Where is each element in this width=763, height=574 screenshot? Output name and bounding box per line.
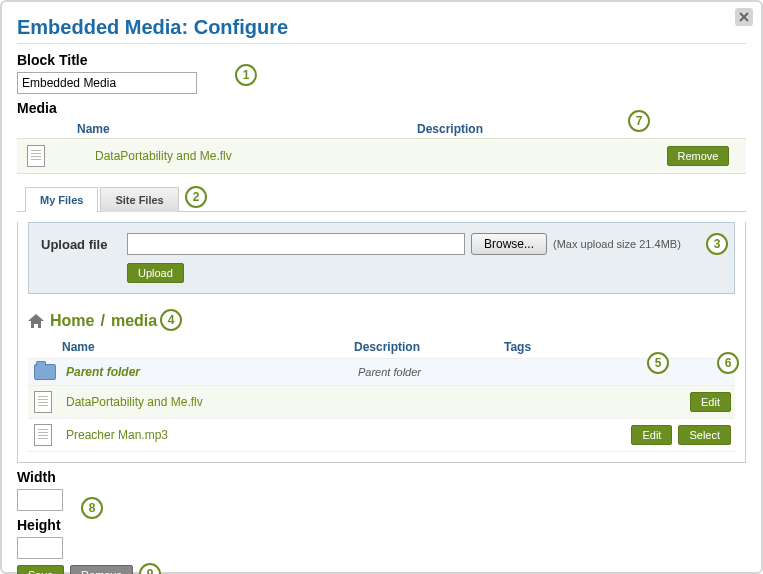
config-dialog: Embedded Media: Configure Block Title 1 … (0, 0, 763, 574)
width-input[interactable] (17, 489, 63, 511)
home-icon (28, 314, 44, 328)
callout-7: 7 (628, 110, 650, 132)
dialog-title: Embedded Media: Configure (17, 12, 746, 44)
file-col-name: Name (62, 340, 354, 354)
file-tabs: My Files Site Files (17, 186, 746, 212)
height-label: Height (17, 517, 746, 533)
folder-icon (34, 364, 56, 380)
upload-button[interactable]: Upload (127, 263, 184, 283)
block-title-input[interactable] (17, 72, 197, 94)
breadcrumb-current[interactable]: media (111, 312, 157, 330)
block-title-label: Block Title (17, 52, 746, 68)
file-table: Name Description Tags 5 6 Parent folder … (28, 338, 735, 452)
files-pane: Upload file Browse... (Max upload size 2… (17, 222, 746, 463)
file-icon (27, 145, 45, 167)
upload-label: Upload file (41, 237, 121, 252)
file-icon (34, 391, 52, 413)
height-input[interactable] (17, 537, 63, 559)
remove-button[interactable]: Remove (70, 565, 133, 574)
col-desc: Description (417, 122, 664, 136)
tab-site-files[interactable]: Site Files (100, 187, 178, 212)
callout-4: 4 (160, 309, 182, 331)
file-icon (34, 424, 52, 446)
file-name[interactable]: Preacher Man.mp3 (66, 428, 358, 442)
media-item-name[interactable]: DataPortability and Me.flv (77, 149, 469, 163)
upload-file-input[interactable] (127, 233, 465, 255)
callout-1: 1 (235, 64, 257, 86)
callout-6: 6 (717, 352, 739, 374)
file-col-desc: Description (354, 340, 504, 354)
file-row: DataPortability and Me.flv Edit (28, 386, 735, 419)
close-button[interactable] (735, 8, 753, 26)
breadcrumb: Home / media 4 (18, 304, 745, 338)
callout-5: 5 (647, 352, 669, 374)
browse-button[interactable]: Browse... (471, 233, 547, 255)
file-row: Preacher Man.mp3 Edit Select (28, 419, 735, 452)
breadcrumb-sep: / (100, 312, 104, 330)
callout-3: 3 (706, 233, 728, 255)
tab-my-files[interactable]: My Files (25, 187, 98, 212)
edit-button[interactable]: Edit (690, 392, 731, 412)
file-name[interactable]: DataPortability and Me.flv (66, 395, 358, 409)
upload-box: Upload file Browse... (Max upload size 2… (28, 222, 735, 294)
breadcrumb-home[interactable]: Home (50, 312, 94, 330)
parent-folder-desc: Parent folder (358, 366, 508, 378)
media-row: DataPortability and Me.flv Remove (17, 138, 746, 174)
select-button[interactable]: Select (678, 425, 731, 445)
parent-folder-name: Parent folder (66, 365, 358, 379)
callout-8: 8 (81, 497, 103, 519)
file-col-tags: Tags (504, 340, 731, 354)
remove-media-button[interactable]: Remove (667, 146, 730, 166)
width-label: Width (17, 469, 746, 485)
callout-2: 2 (185, 186, 207, 208)
upload-hint: (Max upload size 21.4MB) (553, 238, 681, 250)
edit-button[interactable]: Edit (631, 425, 672, 445)
callout-9: 9 (139, 563, 161, 574)
col-name: Name (77, 122, 417, 136)
file-row-parent[interactable]: Parent folder Parent folder (28, 359, 735, 386)
save-button[interactable]: Save (17, 565, 64, 574)
